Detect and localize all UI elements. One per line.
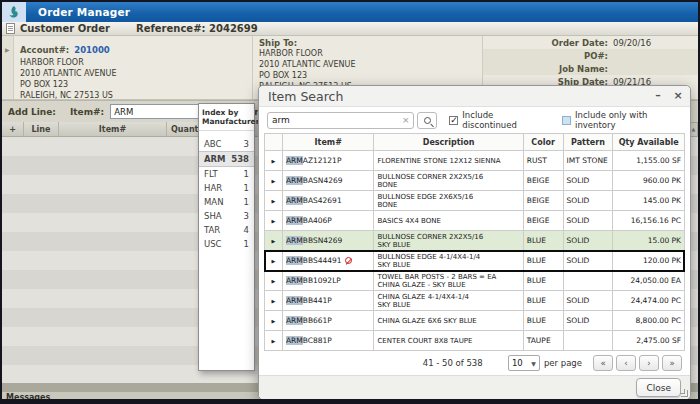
- results-header-row: Item# Description Color Pattern Qty Avai…: [265, 134, 684, 151]
- account-address: HARBOR FLOOR2010 ATLANTIC AVENUEPO BOX 1…: [20, 57, 246, 101]
- search-button[interactable]: [417, 112, 437, 129]
- chevron-down-icon: ▼: [531, 360, 536, 367]
- index-item-har[interactable]: HAR1: [199, 181, 254, 195]
- header-description[interactable]: Description: [374, 134, 523, 150]
- expand-arrow-icon[interactable]: ▶: [272, 218, 276, 224]
- checkbox-icon[interactable]: [449, 116, 458, 125]
- row-expand-cell[interactable]: ▶: [265, 271, 283, 290]
- expand-arrow-icon[interactable]: ▶: [272, 198, 276, 204]
- title-bar-blue: Order Manager: [26, 2, 698, 22]
- index-item-man[interactable]: MAN1: [199, 195, 254, 209]
- first-page-button[interactable]: «: [593, 355, 613, 371]
- row-expand-cell[interactable]: ▶: [265, 211, 283, 230]
- grid-header-line[interactable]: Line: [24, 122, 59, 136]
- page-size-select[interactable]: 10 ▼: [508, 355, 540, 371]
- table-row[interactable]: ▶ARMBA406PBASICS 4X4 BONEBEIGESOLID16,15…: [265, 211, 684, 231]
- index-item-tar[interactable]: TAR4: [199, 223, 254, 237]
- filter-checkbox-1[interactable]: Include only with inventory: [562, 110, 690, 130]
- header-item-number[interactable]: Item#: [283, 134, 375, 150]
- row-expand-cell[interactable]: ▶: [265, 171, 283, 190]
- description-cell: BULLNOSE EDGE 4-1/4X4-1/4SKY BLUE: [374, 251, 523, 270]
- order-manager-window: Order Manager Customer Order Reference#:…: [0, 0, 700, 404]
- qty-available-value: 120.00 PK: [643, 256, 681, 265]
- search-match-highlight: ARM: [286, 236, 303, 245]
- expand-arrow-icon[interactable]: ▶: [272, 298, 276, 304]
- expand-arrow-icon[interactable]: ▶: [272, 258, 276, 264]
- index-item-usc[interactable]: USC1: [199, 237, 254, 251]
- row-expand-cell[interactable]: ▶: [265, 291, 283, 310]
- row-expand-cell[interactable]: ▶: [265, 331, 283, 350]
- header-color[interactable]: Color: [524, 134, 564, 150]
- search-input[interactable]: arm ×: [267, 112, 414, 129]
- row-expand-cell[interactable]: ▶: [265, 311, 283, 330]
- header-qty-available[interactable]: Qty Available: [613, 134, 684, 150]
- item-search-dialog: Item Search – × arm × Include discontinu…: [258, 85, 691, 400]
- header-pattern[interactable]: Pattern: [564, 134, 614, 150]
- table-row[interactable]: ▶ARMBASN4269BULLNOSE CORNER 2X2X5/16BONE…: [265, 171, 684, 191]
- manufacturer-count: 4: [244, 225, 249, 235]
- grid-header-item[interactable]: Item#: [59, 122, 167, 136]
- qty-available-value: 24,050.00 EA: [631, 276, 681, 285]
- manufacturer-code: MAN: [204, 197, 224, 207]
- item-number-cell: ARMBB441P: [283, 291, 375, 310]
- address-line: PO BOX 123: [259, 70, 476, 81]
- next-page-button[interactable]: ›: [639, 355, 659, 371]
- pattern-cell: [564, 331, 614, 350]
- minimize-icon[interactable]: –: [650, 89, 666, 103]
- expand-arrow-icon[interactable]: ▶: [272, 158, 276, 164]
- table-row[interactable]: ▶ARMAZ12121PFLORENTINE STONE 12X12 SIENN…: [265, 151, 684, 171]
- expand-arrow-icon[interactable]: ▶: [272, 278, 276, 284]
- app-title: Order Manager: [26, 6, 130, 18]
- item-number-cell: ARMBB661P: [283, 311, 375, 330]
- table-row[interactable]: ▶ARMBB661PCHINA GLAZE 6X6 SKY BLUEBLUESO…: [265, 311, 684, 331]
- close-icon[interactable]: ×: [670, 89, 686, 103]
- clear-search-icon[interactable]: ×: [402, 115, 410, 125]
- dialog-header[interactable]: Item Search – ×: [259, 86, 690, 107]
- ship-to-label: Ship To:: [259, 38, 476, 48]
- index-item-flt[interactable]: FLT1: [199, 167, 254, 181]
- color-cell: TAUPE: [524, 331, 564, 350]
- qty-available-value: 2,475.00 SF: [636, 336, 681, 345]
- expand-arrow-icon[interactable]: ▶: [272, 338, 276, 344]
- add-line-label: Add Line:: [8, 107, 56, 117]
- item-number: ARMBBS44491: [286, 256, 342, 265]
- row-expand-cell[interactable]: ▶: [265, 231, 283, 250]
- color-value: BLUE: [527, 256, 546, 265]
- expand-arrow-icon[interactable]: ▶: [272, 178, 276, 184]
- index-by-manufacturer-panel: Index by Manufacturer ABC3ARM538FLT1HAR1…: [198, 103, 255, 371]
- page-size-value: 10: [512, 358, 523, 368]
- resize-handle[interactable]: [681, 390, 688, 397]
- qty-available-cell: 2,475.00 SF: [613, 331, 684, 350]
- filter-checkbox-0[interactable]: Include discontinued: [449, 110, 550, 130]
- table-row[interactable]: ▶ARMBB1092LPTOWEL BAR POSTS - 2 BARS = E…: [265, 271, 684, 291]
- app-logo-icon: [2, 2, 26, 22]
- expand-arrow-icon[interactable]: ▶: [272, 238, 276, 244]
- description-text: BULLNOSE EDGE 2X6X5/16BONE: [377, 193, 473, 209]
- description-text: CENTER COURT 8X8 TAUPE: [377, 337, 472, 345]
- checkbox-icon[interactable]: [562, 116, 571, 125]
- table-row[interactable]: ▶ARMBC881PCENTER COURT 8X8 TAUPETAUPE2,4…: [265, 331, 684, 351]
- expand-arrow-icon[interactable]: ▶: [272, 318, 276, 324]
- grid-header-add[interactable]: +: [2, 122, 24, 136]
- table-row[interactable]: ▶ARMBB441PCHINA GLAZE 4-1/4X4-1/4SKY BLU…: [265, 291, 684, 311]
- pattern-cell: SOLID: [564, 191, 614, 210]
- row-expand-cell[interactable]: ▶: [265, 191, 283, 210]
- index-item-arm[interactable]: ARM538: [199, 151, 254, 167]
- qty-available-cell: 120.00 PK: [613, 251, 684, 270]
- panel-expander[interactable]: ▶: [2, 36, 14, 99]
- row-expand-cell[interactable]: ▶: [265, 151, 283, 170]
- account-number-link[interactable]: 201000: [74, 45, 110, 55]
- table-row[interactable]: ▶ARMBAS42691BULLNOSE EDGE 2X6X5/16BONEBE…: [265, 191, 684, 211]
- header-expand: [265, 134, 283, 150]
- index-item-abc[interactable]: ABC3: [199, 137, 254, 151]
- pager-nav-buttons: «‹›»: [590, 355, 682, 371]
- qty-available-cell: 145.00 PK: [613, 191, 684, 210]
- table-row[interactable]: ▶ARMBBSN4269BULLNOSE CORNER 2X2X5/16SKY …: [265, 231, 684, 251]
- row-expand-cell[interactable]: ▶: [265, 251, 283, 270]
- index-item-sha[interactable]: SHA3: [199, 209, 254, 223]
- table-row[interactable]: ▶ARMBBS44491BULLNOSE EDGE 4-1/4X4-1/4SKY…: [265, 251, 684, 271]
- document-icon: [6, 23, 15, 34]
- prev-page-button[interactable]: ‹: [616, 355, 636, 371]
- last-page-button[interactable]: »: [662, 355, 682, 371]
- close-button[interactable]: Close: [636, 378, 681, 397]
